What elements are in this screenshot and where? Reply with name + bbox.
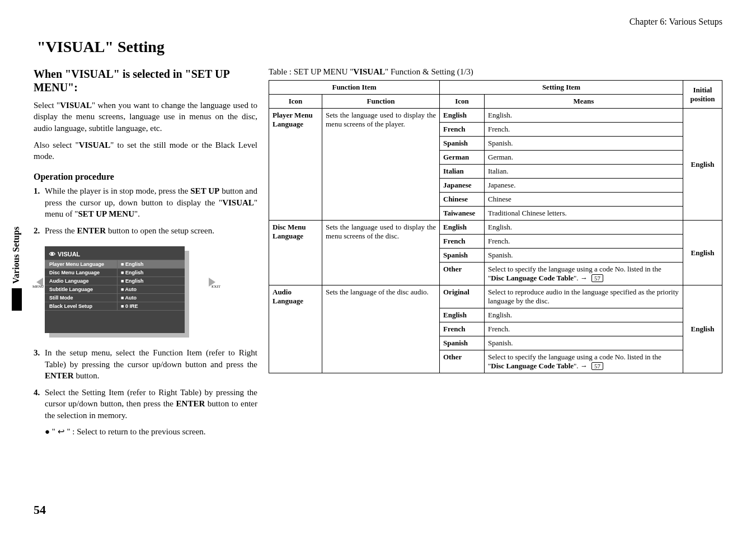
setting-means-cell: French. — [485, 123, 683, 137]
setting-means-cell: Spanish. — [485, 137, 683, 151]
osd-row-label: Audio Language — [45, 277, 118, 285]
setting-icon-cell: Other — [440, 263, 485, 285]
setting-icon-cell: Spanish — [440, 137, 485, 151]
intro-paragraph-1: Select "VISUAL" when you want to change … — [34, 100, 257, 134]
step-1: 1. While the player is in stop mode, pre… — [34, 185, 257, 219]
osd-row-value: ■ English — [118, 277, 185, 285]
text: VISUAL — [353, 67, 385, 76]
osd-row-value: ■ Auto — [118, 285, 185, 293]
side-tab-label: Various Setups — [11, 227, 21, 284]
osd-row-value: ■ English — [118, 260, 185, 268]
text: SET UP MENU — [78, 209, 134, 218]
setting-icon-cell: Other — [440, 350, 485, 373]
step-body: Press the ENTER button to open the setup… — [45, 225, 257, 236]
text: Also select " — [34, 140, 79, 149]
setting-means-cell: Chinese — [485, 193, 683, 207]
return-text: " ↩ " : Select to return to the previous… — [52, 427, 206, 436]
setting-icon-cell: French — [440, 322, 485, 336]
page-title: "VISUAL" Setting — [37, 38, 722, 56]
osd-row: Subtitle Language■ Auto — [45, 285, 185, 293]
right-column: Table : SET UP MENU "VISUAL" Function & … — [269, 67, 722, 437]
setting-means-cell: Spanish. — [485, 336, 683, 350]
setting-means-cell: English. — [485, 109, 683, 123]
text: Table : SET UP MENU " — [269, 67, 353, 76]
osd-row-value: ■ 0 IRE — [118, 302, 185, 310]
osd-title: 👁VISUAL — [45, 250, 185, 260]
th-setting-item: Setting Item — [440, 81, 683, 95]
setting-icon-cell: Original — [440, 285, 485, 308]
text: Press the — [45, 226, 77, 235]
step-3: 3. In the setup menu, select the Functio… — [34, 347, 257, 381]
function-icon-cell: Audio Language — [269, 285, 322, 373]
text: " Function & Setting (1/3) — [385, 67, 473, 76]
setting-icon-cell: French — [440, 235, 485, 249]
setting-icon-cell: English — [440, 109, 485, 123]
initial-position-cell: English — [683, 221, 722, 285]
osd-panel: 👁VISUAL Player Menu Language■ EnglishDis… — [45, 246, 185, 333]
settings-table: Function Item Setting Item Initial posit… — [269, 80, 722, 373]
setting-icon-cell: English — [440, 308, 485, 322]
setting-means-cell: English. — [485, 308, 683, 322]
operation-procedure-heading: Operation procedure — [34, 172, 257, 182]
step-body: In the setup menu, select the Function I… — [45, 347, 257, 381]
setting-means-cell: French. — [485, 235, 683, 249]
osd-row-value: ■ Auto — [118, 294, 185, 302]
text: button. — [74, 371, 100, 380]
intro-paragraph-2: Also select "VISUAL" to set the still mo… — [34, 139, 257, 162]
setting-means-cell: Japanese. — [485, 179, 683, 193]
th-icon: Icon — [269, 95, 322, 109]
setting-icon-cell: French — [440, 123, 485, 137]
function-icon-cell: Player Menu Language — [269, 109, 322, 221]
step-number: 1. — [34, 185, 45, 219]
setting-icon-cell: German — [440, 151, 485, 165]
setting-icon-cell: Spanish — [440, 249, 485, 263]
text: VISUAL — [79, 140, 111, 149]
page-ref-icon: 57 — [591, 362, 603, 370]
osd-row-label: Still Mode — [45, 294, 118, 302]
text: ENTER — [45, 371, 74, 380]
text: ". — [134, 209, 140, 218]
initial-position-cell: English — [683, 109, 722, 221]
text: Select " — [34, 101, 60, 110]
chapter-label: Chapter 6: Various Setups — [34, 17, 722, 27]
table-row: Audio LanguageSets the language of the d… — [269, 285, 722, 308]
osd-menu-label: MENU — [32, 284, 44, 289]
text: VISUAL — [60, 101, 92, 110]
function-desc-cell: Sets the language used to display the me… — [322, 109, 440, 221]
osd-exit-label: EXIT — [212, 284, 220, 289]
function-desc-cell: Sets the language of the disc audio. — [322, 285, 440, 373]
th-initial-position: Initial position — [683, 81, 722, 109]
setting-means-cell: Italian. — [485, 165, 683, 179]
text: button to open the setup screen. — [106, 226, 214, 235]
setting-icon-cell: Spanish — [440, 336, 485, 350]
osd-row: Black Level Setup■ 0 IRE — [45, 302, 185, 311]
osd-row: Disc Menu Language■ English — [45, 268, 185, 277]
setting-means-cell: French. — [485, 322, 683, 336]
setting-means-cell: Select to specify the language using a c… — [485, 263, 683, 285]
osd-title-text: VISUAL — [58, 251, 80, 257]
text: VISUAL — [222, 198, 254, 207]
page-number: 54 — [34, 503, 46, 517]
setting-means-cell: English. — [485, 221, 683, 235]
osd-row-label: Disc Menu Language — [45, 269, 118, 277]
setting-icon-cell: Italian — [440, 165, 485, 179]
text: In the setup menu, select the Function I… — [45, 348, 257, 368]
osd-row-value: ■ English — [118, 269, 185, 277]
setting-icon-cell: Chinese — [440, 193, 485, 207]
osd-row-label: Player Menu Language — [45, 260, 118, 268]
setting-icon-cell: English — [440, 221, 485, 235]
left-column: When "VISUAL" is selected in "SET UP MEN… — [34, 67, 257, 437]
osd-row-label: Black Level Setup — [45, 302, 118, 310]
setting-icon-cell: Taiwanese — [440, 207, 485, 221]
setting-icon-cell: Japanese — [440, 179, 485, 193]
step-number: 3. — [34, 347, 45, 381]
function-desc-cell: Sets the language used to display the me… — [322, 221, 440, 285]
setting-means-cell: Select to reproduce audio in the languag… — [485, 285, 683, 308]
table-caption: Table : SET UP MENU "VISUAL" Function & … — [269, 67, 722, 77]
step-2: 2. Press the ENTER button to open the se… — [34, 225, 257, 236]
eye-icon: 👁 — [49, 251, 55, 257]
osd-row: Still Mode■ Auto — [45, 293, 185, 302]
osd-screenshot: MENU EXIT 👁VISUAL Player Menu Language■ … — [45, 246, 207, 333]
function-icon-cell: Disc Menu Language — [269, 221, 322, 285]
table-row: Player Menu LanguageSets the language us… — [269, 109, 722, 123]
